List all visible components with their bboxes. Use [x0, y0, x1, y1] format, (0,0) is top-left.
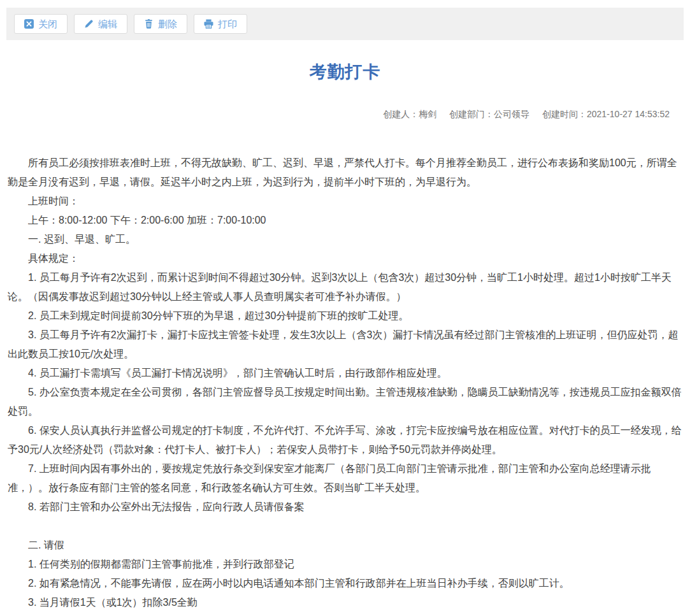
edit-icon	[84, 19, 94, 29]
document-body: 所有员工必须按排班表准时上班，不得无故缺勤、旷工、迟到、早退，严禁代人打卡。每个…	[8, 154, 682, 616]
print-button[interactable]: 打印	[194, 14, 247, 34]
page-title: 考勤打卡	[8, 61, 682, 83]
paragraph: 1. 员工每月予许有2次迟到，而累计迟到时间不得超过30分钟。迟到3次以上（包含…	[8, 268, 682, 306]
toolbar: 关闭 编辑 删除	[6, 8, 684, 40]
meta-department: 创建部门：公司领导	[449, 109, 529, 119]
meta-created-time: 创建时间：2021-10-27 14:53:52	[542, 109, 670, 119]
paragraph: 2. 员工未到规定时间提前30分钟下班的为早退，超过30分钟提前下班的按旷工处理…	[8, 306, 682, 326]
paragraph: 4. 员工漏打卡需填写《员工漏打卡情况说明》，部门主管确认工时后，由行政部作相应…	[8, 364, 682, 383]
paragraph	[8, 517, 682, 536]
document-meta: 创建人：梅剑 创建部门：公司领导 创建时间：2021-10-27 14:53:5…	[8, 109, 682, 120]
paragraph: 7. 上班时间内因有事外出的，要按规定凭放行条交到保安室才能离厂（各部门员工向部…	[8, 459, 682, 498]
delete-icon	[144, 19, 154, 29]
close-icon	[24, 19, 34, 29]
paragraph: 3. 当月请假1天（或1次）扣除3/5全勤	[8, 593, 682, 612]
paragraph: 6. 保安人员认真执行并监督公司规定的打卡制度，不允许代打、不允许手写、涂改，打…	[8, 421, 682, 459]
paragraph: 2. 如有紧急情况，不能事先请假，应在两小时以内电话通知本部门主管和行政部并在上…	[8, 574, 682, 593]
paragraph: 5. 办公室负责本规定在全公司贯彻，各部门主管应督导员工按规定时间出勤。主管违规…	[8, 383, 682, 421]
edit-button-label: 编辑	[98, 19, 117, 29]
paragraph: 具体规定：	[8, 249, 682, 268]
paragraph: 一. 迟到、早退、旷工。	[8, 230, 682, 249]
paragraph: 1. 任何类别的假期都需部门主管事前批准，并到行政部登记	[8, 555, 682, 574]
paragraph: 所有员工必须按排班表准时上班，不得无故缺勤、旷工、迟到、早退，严禁代人打卡。每个…	[8, 154, 682, 192]
document: 考勤打卡 创建人：梅剑 创建部门：公司领导 创建时间：2021-10-27 14…	[0, 61, 690, 616]
print-icon	[204, 19, 213, 29]
delete-button[interactable]: 删除	[134, 14, 187, 34]
paragraph: 上班时间：	[8, 192, 682, 211]
paragraph: 二. 请假	[8, 536, 682, 555]
page: 关闭 编辑 删除	[0, 0, 690, 616]
close-button-label: 关闭	[38, 19, 57, 29]
paragraph: 上午：8:00-12:00 下午：2:00-6:00 加班：7:00-10:00	[8, 211, 682, 230]
meta-creator: 创建人：梅剑	[383, 109, 436, 119]
close-button[interactable]: 关闭	[14, 14, 68, 34]
paragraph: 3. 员工每月予许有2次漏打卡，漏打卡应找主管签卡处理，发生3次以上（含3次）漏…	[8, 326, 682, 364]
paragraph: 8. 若部门主管和办公室外出无法报告，应向行政人员请假备案	[8, 498, 682, 517]
delete-button-label: 删除	[158, 19, 177, 29]
paragraph: 4. 当月请假2天以上没有全勤。	[8, 612, 682, 616]
print-button-label: 打印	[218, 19, 237, 29]
edit-button[interactable]: 编辑	[74, 14, 127, 34]
